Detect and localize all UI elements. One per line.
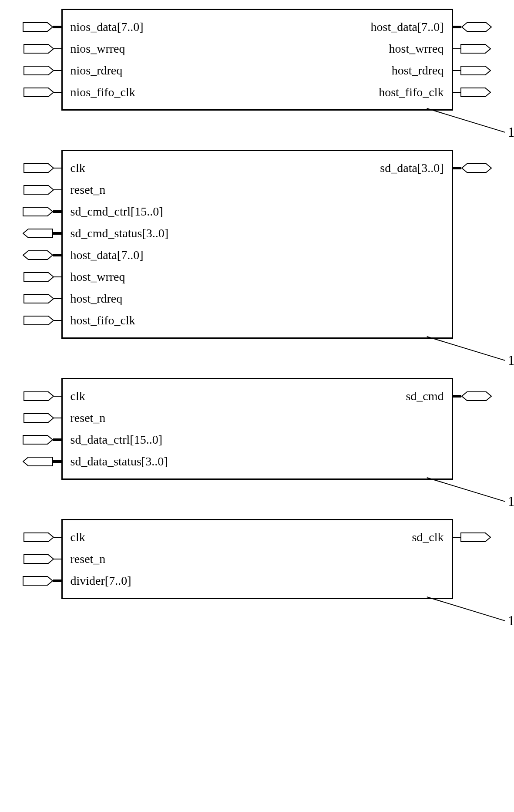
port-label: host_data[7..0] xyxy=(369,21,452,33)
port-label: nios_rdreq xyxy=(63,64,124,77)
module-block: clksd_clkreset_ndivider[7..0]17 xyxy=(61,519,453,599)
port-label: nios_data[7..0] xyxy=(63,21,145,33)
in-pin-icon xyxy=(23,207,53,216)
port-label: divider[7..0] xyxy=(63,575,133,587)
port-pin xyxy=(24,272,63,282)
reference-number: 13 xyxy=(508,124,514,140)
callout-line xyxy=(427,336,505,361)
svg-marker-8 xyxy=(24,164,54,172)
port-pin xyxy=(23,576,63,586)
svg-marker-20 xyxy=(23,457,53,466)
port-wire xyxy=(452,395,461,398)
port-wire xyxy=(53,26,63,28)
port-row: sd_data_ctrl[15..0] xyxy=(63,429,452,451)
port-row: nios_rdreqhost_rdreq xyxy=(63,60,452,81)
port-pin xyxy=(24,185,63,195)
in-pin-icon xyxy=(24,163,54,173)
bidir-pin-icon xyxy=(461,22,492,32)
svg-marker-10 xyxy=(23,207,53,216)
port-pin xyxy=(23,457,63,466)
port-row: reset_n xyxy=(63,548,452,570)
in-pin-icon xyxy=(24,316,54,325)
port-pin xyxy=(23,435,63,445)
svg-marker-24 xyxy=(23,576,53,585)
svg-marker-14 xyxy=(24,294,54,303)
svg-marker-16 xyxy=(462,164,491,172)
port-pin xyxy=(452,44,491,54)
port-pin xyxy=(24,66,63,75)
bidir-pin-icon xyxy=(23,250,53,260)
port-label: sd_data_status[3..0] xyxy=(63,455,170,468)
port-row: nios_data[7..0]host_data[7..0] xyxy=(63,16,452,38)
port-label: clk xyxy=(63,531,87,543)
diagram-root: nios_data[7..0]host_data[7..0]nios_wrreq… xyxy=(9,9,505,599)
svg-marker-17 xyxy=(24,392,54,401)
port-label: clk xyxy=(63,390,87,402)
module-block: clksd_cmdreset_nsd_data_ctrl[15..0]sd_da… xyxy=(61,378,453,480)
port-wire xyxy=(53,438,63,441)
port-wire xyxy=(452,92,460,93)
svg-marker-23 xyxy=(24,555,54,563)
port-label: host_rdreq xyxy=(63,293,124,305)
port-pin xyxy=(23,229,63,238)
port-wire xyxy=(54,418,63,418)
port-wire xyxy=(54,276,63,277)
port-label: reset_n xyxy=(63,184,108,196)
svg-marker-25 xyxy=(461,533,490,542)
port-label: nios_fifo_clk xyxy=(63,86,137,98)
port-label: sd_clk xyxy=(410,531,451,543)
callout-line xyxy=(427,108,505,133)
port-pin xyxy=(23,22,63,32)
port-wire xyxy=(54,70,63,71)
port-wire xyxy=(54,168,63,168)
port-pin xyxy=(24,163,63,173)
port-label: host_fifo_clk xyxy=(63,314,137,327)
port-label: clk xyxy=(63,162,87,174)
reference-number: 17 xyxy=(508,613,514,629)
out-pin-icon xyxy=(460,44,491,54)
port-wire xyxy=(54,559,63,559)
port-row: sd_cmd_ctrl[15..0] xyxy=(63,201,452,222)
port-pin xyxy=(452,391,492,401)
port-label: nios_wrreq xyxy=(63,43,127,55)
port-row: sd_cmd_status[3..0] xyxy=(63,222,452,244)
port-wire xyxy=(54,298,63,299)
port-row: nios_wrreqhost_wrreq xyxy=(63,38,452,60)
svg-marker-4 xyxy=(462,23,491,31)
callout-line xyxy=(427,477,505,502)
module-box: clksd_cmdreset_nsd_data_ctrl[15..0]sd_da… xyxy=(61,378,453,480)
port-pin xyxy=(24,88,63,97)
module-block: nios_data[7..0]host_data[7..0]nios_wrreq… xyxy=(61,9,453,111)
svg-marker-2 xyxy=(24,66,54,75)
svg-marker-18 xyxy=(24,414,54,422)
svg-marker-12 xyxy=(23,251,53,259)
svg-marker-3 xyxy=(24,88,54,97)
svg-marker-9 xyxy=(24,185,54,194)
port-wire xyxy=(53,210,63,213)
port-wire xyxy=(53,460,63,463)
port-row: host_data[7..0] xyxy=(63,244,452,266)
port-wire xyxy=(54,396,63,397)
svg-marker-22 xyxy=(24,533,54,542)
port-label: host_rdreq xyxy=(390,64,452,77)
in-pin-icon xyxy=(24,413,54,423)
port-pin xyxy=(24,532,63,542)
port-row: clksd_cmd xyxy=(63,385,452,407)
port-label: host_fifo_clk xyxy=(377,86,451,98)
svg-marker-5 xyxy=(461,44,490,53)
out-pin-icon xyxy=(460,88,491,97)
port-row: reset_n xyxy=(63,407,452,429)
port-pin xyxy=(23,207,63,216)
svg-marker-15 xyxy=(24,316,54,325)
port-pin xyxy=(452,532,491,542)
svg-marker-19 xyxy=(23,435,53,444)
port-pin xyxy=(24,413,63,423)
port-wire xyxy=(54,537,63,538)
port-row: clksd_clk xyxy=(63,526,452,548)
in-pin-icon xyxy=(24,391,54,401)
port-pin xyxy=(452,88,491,97)
port-pin xyxy=(23,250,63,260)
out-pin-icon xyxy=(460,66,491,75)
svg-marker-7 xyxy=(461,88,490,97)
port-wire xyxy=(452,48,460,49)
